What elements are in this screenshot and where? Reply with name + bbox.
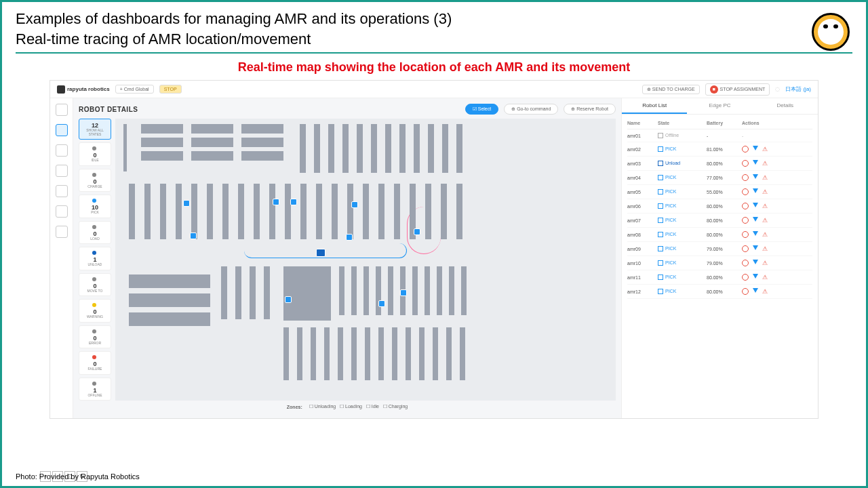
brand-logo: rapyuta robotics <box>57 85 110 94</box>
table-row[interactable]: amr03Unload80.00%⚠ <box>627 157 812 171</box>
table-row[interactable]: amr07PICK80.00%⚠ <box>627 214 812 228</box>
action-download-icon[interactable] <box>753 231 758 236</box>
table-row[interactable]: amr02PICK81.00%⚠ <box>627 142 812 157</box>
robot-marker[interactable] <box>414 228 420 235</box>
robot-marker[interactable] <box>400 289 407 296</box>
send-to-charge-button[interactable]: ⊕ SEND TO CHARGE <box>642 85 700 94</box>
state-filter-charge[interactable]: 0CHARGE <box>79 169 111 192</box>
robot-marker[interactable] <box>183 200 190 207</box>
action-stop-icon[interactable] <box>742 203 749 209</box>
state-filter-failure[interactable]: 0FAILURE <box>79 351 111 375</box>
nav-icon-7[interactable] <box>56 226 68 238</box>
stop-button[interactable]: STOP <box>159 85 182 94</box>
action-warn-icon[interactable]: ⚠ <box>762 260 768 266</box>
action-stop-icon[interactable] <box>742 174 749 181</box>
nav-icon-map[interactable] <box>56 124 68 136</box>
robot-list-panel: Robot ListEdge PCDetails Name State Batt… <box>621 98 818 418</box>
state-filter-idle[interactable]: 0IDLE <box>79 142 111 166</box>
stop-assignment-button[interactable]: ■STOP ASSIGNMENT <box>705 83 770 96</box>
action-download-icon[interactable] <box>753 203 758 207</box>
action-download-icon[interactable] <box>753 160 758 165</box>
table-row[interactable]: amr10PICK79.00%⚠ <box>627 256 812 270</box>
table-row[interactable]: amr05PICK55.00%⚠ <box>627 185 812 199</box>
action-stop-icon[interactable] <box>742 274 749 281</box>
state-filter-list: 12SHOW ALL STATES0IDLE0CHARGE10PICK0LOAD… <box>79 119 111 401</box>
action-stop-icon[interactable] <box>742 245 749 252</box>
cmd-global-button[interactable]: + Cmd Global <box>115 85 154 94</box>
state-filter-move-to[interactable]: 0MOVE TO <box>79 273 111 297</box>
divider <box>16 52 852 54</box>
table-row[interactable]: amr11PICK80.00%⚠ <box>627 270 812 285</box>
state-filter-load[interactable]: 0LOAD <box>79 221 111 245</box>
warehouse-map[interactable] <box>115 119 616 401</box>
table-row[interactable]: amr12PICK80.00%⚠ <box>627 285 812 299</box>
state-filter-show-all-states[interactable]: 12SHOW ALL STATES <box>79 119 111 140</box>
action-warn-icon[interactable]: ⚠ <box>762 188 768 195</box>
tab-robot-list[interactable]: Robot List <box>622 98 687 114</box>
action-warn-icon[interactable]: ⚠ <box>762 231 768 238</box>
state-filter-warning[interactable]: 0WARNING <box>79 299 111 323</box>
action-stop-icon[interactable] <box>742 146 749 152</box>
state-filter-unload[interactable]: 1UNLOAD <box>79 247 111 270</box>
table-row[interactable]: amr04PICK77.00%⚠ <box>627 171 812 185</box>
action-download-icon[interactable] <box>753 217 758 222</box>
table-row[interactable]: amr06PICK80.00%⚠ <box>627 199 812 214</box>
action-warn-icon[interactable]: ⚠ <box>762 245 768 252</box>
col-state: State <box>658 121 707 125</box>
action-stop-icon[interactable] <box>742 217 749 224</box>
state-filter-offline[interactable]: 1OFFLINE <box>79 378 111 401</box>
action-download-icon[interactable] <box>753 146 758 150</box>
action-warn-icon[interactable]: ⚠ <box>762 160 768 167</box>
robot-marker[interactable] <box>190 232 197 239</box>
nav-icon-1[interactable] <box>56 104 68 116</box>
table-row[interactable]: amr01Offline-- <box>627 129 812 142</box>
action-stop-icon[interactable] <box>742 288 749 295</box>
action-download-icon[interactable] <box>753 260 758 264</box>
language-switcher[interactable]: 日本語 (ja) <box>785 85 811 93</box>
table-row[interactable]: amr09PICK79.00%⚠ <box>627 242 812 256</box>
robot-marker[interactable] <box>273 199 279 205</box>
slide-title-2: Real-time tracing of AMR location/moveme… <box>16 30 852 48</box>
slide-title-1: Examples of dashboards for managing AMR … <box>16 10 852 28</box>
select-button[interactable]: ☑ Select <box>465 104 498 115</box>
photo-credit: Photo: Provided by Rapyuta Robotics <box>16 472 140 481</box>
robot-marker[interactable] <box>346 234 353 241</box>
action-warn-icon[interactable]: ⚠ <box>762 274 768 281</box>
action-download-icon[interactable] <box>753 188 758 193</box>
action-stop-icon[interactable] <box>742 260 749 266</box>
col-name: Name <box>627 121 658 125</box>
table-row[interactable]: amr08PICK80.00%⚠ <box>627 228 812 242</box>
robot-marker[interactable] <box>351 201 358 208</box>
state-filter-pick[interactable]: 10PICK <box>79 195 111 218</box>
org-logo <box>812 13 850 51</box>
robot-marker[interactable] <box>285 296 292 303</box>
nav-icon-5[interactable] <box>56 185 68 197</box>
slide-caption: Real-time map showing the location of ea… <box>16 60 852 75</box>
state-filter-error[interactable]: 0ERROR <box>79 325 111 349</box>
robot-marker[interactable] <box>378 300 385 307</box>
action-download-icon[interactable] <box>753 174 758 179</box>
action-download-icon[interactable] <box>753 288 758 293</box>
reserve-robot-button[interactable]: ⊕ Reserve Robot <box>564 104 616 115</box>
dashboard-screenshot: rapyuta robotics + Cmd Global STOP ⊕ SEN… <box>50 80 818 419</box>
dashboard-topbar: rapyuta robotics + Cmd Global STOP ⊕ SEN… <box>50 81 818 98</box>
action-warn-icon[interactable]: ⚠ <box>762 217 768 224</box>
action-warn-icon[interactable]: ⚠ <box>762 288 768 295</box>
action-download-icon[interactable] <box>753 245 758 250</box>
action-warn-icon[interactable]: ⚠ <box>762 203 768 209</box>
action-stop-icon[interactable] <box>742 160 749 167</box>
tab-details[interactable]: Details <box>753 98 818 114</box>
action-stop-icon[interactable] <box>742 231 749 238</box>
nav-icon-3[interactable] <box>56 144 68 157</box>
nav-icon-6[interactable] <box>56 205 68 218</box>
action-warn-icon[interactable]: ⚠ <box>762 146 768 152</box>
action-warn-icon[interactable]: ⚠ <box>762 174 768 181</box>
action-download-icon[interactable] <box>753 274 758 279</box>
col-battery: Battery <box>707 121 742 125</box>
robot-marker-unload[interactable] <box>316 249 326 257</box>
nav-icon-4[interactable] <box>56 165 68 177</box>
tab-edge-pc[interactable]: Edge PC <box>687 98 752 114</box>
goto-command-button[interactable]: ⊕ Go-to command <box>504 104 558 115</box>
robot-marker[interactable] <box>290 199 297 205</box>
action-stop-icon[interactable] <box>742 188 749 195</box>
